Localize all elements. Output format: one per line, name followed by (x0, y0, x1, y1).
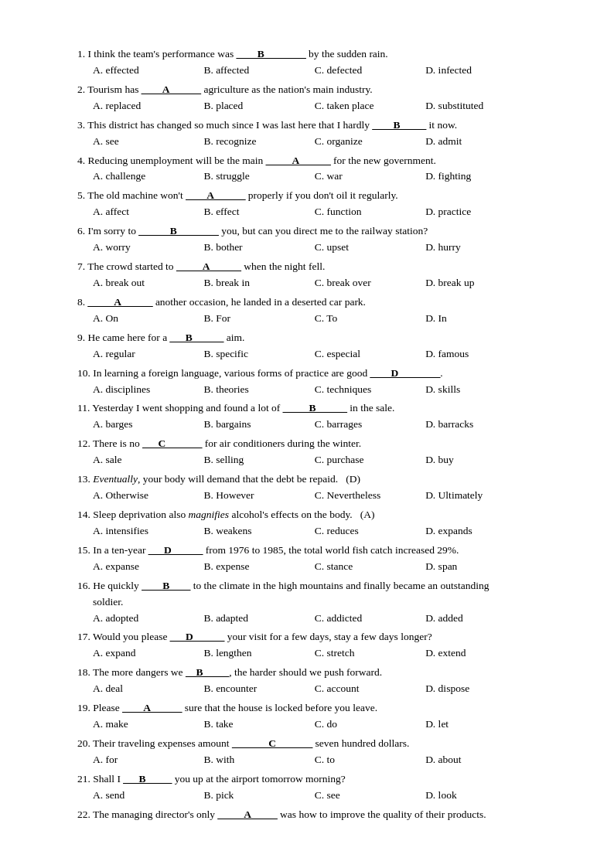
q4-blank: _____A______ (266, 155, 331, 166)
q15-blank: ___D______ (148, 544, 203, 556)
q19-optB: B. take (203, 717, 312, 733)
q18-optB: B. encounter (203, 681, 312, 697)
q15-optC: C. stance (315, 559, 423, 575)
question-10: 10. In learning a foreign language, vari… (77, 366, 552, 398)
q20-blank: _______C_______ (232, 737, 312, 749)
question-22: 22. The managing director's only _____A_… (77, 807, 552, 823)
q12-optD: D. buy (425, 452, 534, 468)
question-4: 4. Reducing unemployment will be the mai… (77, 153, 552, 186)
q9-blank: ___B______ (170, 332, 224, 343)
q16-optD: D. added (425, 611, 534, 627)
q2-optC: C. taken place (315, 98, 423, 114)
q6-blank: ______B________ (138, 225, 219, 237)
q17-text: 17. Would you please ___D______ your vis… (77, 629, 552, 645)
q2-optB: B. placed (203, 98, 312, 114)
q18-blank: __B_____ (186, 666, 229, 678)
question-1: 1. I think the team's performance was __… (77, 46, 552, 79)
q7-optA: A. break out (93, 275, 201, 291)
q10-optC: C. techniques (315, 382, 423, 398)
q12-optB: B. selling (203, 452, 312, 468)
q13-options: A. Otherwise B. However C. Nevertheless … (77, 488, 552, 504)
q15-optB: B. expense (203, 559, 312, 575)
q12-options: A. sale B. selling C. purchase D. buy (77, 452, 552, 468)
q6-optD: D. hurry (425, 240, 534, 256)
q14-optC: C. reduces (315, 523, 423, 540)
q20-options: A. for B. with C. to D. about (77, 752, 552, 768)
q7-optC: C. break over (315, 275, 423, 291)
q3-optD: D. admit (425, 134, 534, 150)
question-9: 9. He came here for a ___B______ aim. A.… (77, 330, 552, 363)
q9-optC: C. especial (315, 346, 423, 363)
q20-optA: A. for (93, 752, 201, 768)
q18-options: A. deal B. encounter C. account D. dispo… (77, 681, 552, 697)
exam-content: 1. I think the team's performance was __… (77, 46, 552, 823)
q3-optC: C. organize (315, 134, 423, 150)
q15-optD: D. span (425, 559, 534, 575)
q5-text: 5. The old machine won't ____A______ pro… (77, 188, 552, 204)
q16-optB: B. adapted (203, 611, 312, 627)
q16-text-cont: soldier. (77, 594, 552, 611)
q2-options: A. replaced B. placed C. taken place D. … (77, 98, 552, 114)
q16-optC: C. addicted (315, 611, 423, 627)
q1-optD: D. infected (425, 63, 534, 79)
q12-text: 12. There is no ___C_______ for air cond… (77, 436, 552, 452)
question-13: 13. Eventually, your body will demand th… (77, 471, 552, 504)
q11-blank: _____B______ (283, 402, 347, 414)
q19-optA: A. make (93, 717, 201, 733)
question-6: 6. I'm sorry to ______B________ you, but… (77, 223, 552, 256)
q18-optA: A. deal (93, 681, 201, 697)
q21-text: 21. Shall I ___B_____ you up at the airp… (77, 771, 552, 788)
question-17: 17. Would you please ___D______ your vis… (77, 629, 552, 662)
q13-optD: D. Ultimately (425, 488, 534, 504)
q3-optB: B. recognize (203, 134, 312, 150)
q8-optA: A. On (93, 311, 201, 327)
q8-optD: D. In (425, 311, 534, 327)
q6-optA: A. worry (93, 240, 201, 256)
q7-optB: B. break in (203, 275, 312, 291)
q6-optB: B. bother (203, 240, 312, 256)
q20-optB: B. with (203, 752, 312, 768)
q1-text: 1. I think the team's performance was __… (77, 46, 552, 63)
q4-optB: B. struggle (203, 168, 312, 185)
q16-optA: A. adopted (93, 611, 201, 627)
q10-text: 10. In learning a foreign language, vari… (77, 366, 552, 382)
question-19: 19. Please ____A______ sure that the hou… (77, 700, 552, 733)
q5-optD: D. practice (425, 204, 534, 220)
q10-blank: ____D________ (370, 367, 441, 379)
q2-blank: ____A______ (142, 83, 201, 95)
q16-options: A. adopted B. adapted C. addicted D. add… (77, 611, 552, 627)
q8-blank: _____A______ (88, 296, 153, 308)
q22-text: 22. The managing director's only _____A_… (77, 807, 552, 823)
q21-optC: C. see (315, 788, 423, 804)
q1-optC: C. defected (315, 63, 423, 79)
q4-optC: C. war (315, 168, 423, 185)
q19-options: A. make B. take C. do D. let (77, 717, 552, 733)
q17-optD: D. extend (425, 645, 534, 662)
q19-text: 19. Please ____A______ sure that the hou… (77, 700, 552, 717)
q14-italic: magnifies (189, 509, 230, 520)
q9-optD: D. famous (425, 346, 534, 363)
q2-optD: D. substituted (425, 98, 534, 114)
q12-blank: ___C_______ (142, 437, 202, 449)
q8-optC: C. To (315, 311, 423, 327)
q10-options: A. disciplines B. theories C. techniques… (77, 382, 552, 398)
q9-optA: A. regular (93, 346, 201, 363)
q17-optA: A. expand (93, 645, 201, 662)
q14-options: A. intensifies B. weakens C. reduces D. … (77, 523, 552, 540)
q19-optD: D. let (425, 717, 534, 733)
q18-text: 18. The more dangers we __B_____, the ha… (77, 665, 552, 681)
q15-text: 15. In a ten-year ___D______ from 1976 t… (77, 543, 552, 559)
question-8: 8. _____A______ another occasion, he lan… (77, 294, 552, 327)
question-7: 7. The crowd started to _____A______ whe… (77, 259, 552, 291)
q18-optC: C. account (315, 681, 423, 697)
q15-optA: A. expanse (93, 559, 201, 575)
q5-optA: A. affect (93, 204, 201, 220)
q17-options: A. expand B. lengthen C. stretch D. exte… (77, 645, 552, 662)
q11-options: A. barges B. bargains C. barrages D. bar… (77, 417, 552, 433)
q7-blank: _____A______ (176, 260, 241, 272)
q12-optA: A. sale (93, 452, 201, 468)
q8-optB: B. For (203, 311, 312, 327)
q7-optD: D. break up (425, 275, 534, 291)
q21-options: A. send B. pick C. see D. look (77, 788, 552, 804)
q21-optB: B. pick (203, 788, 312, 804)
